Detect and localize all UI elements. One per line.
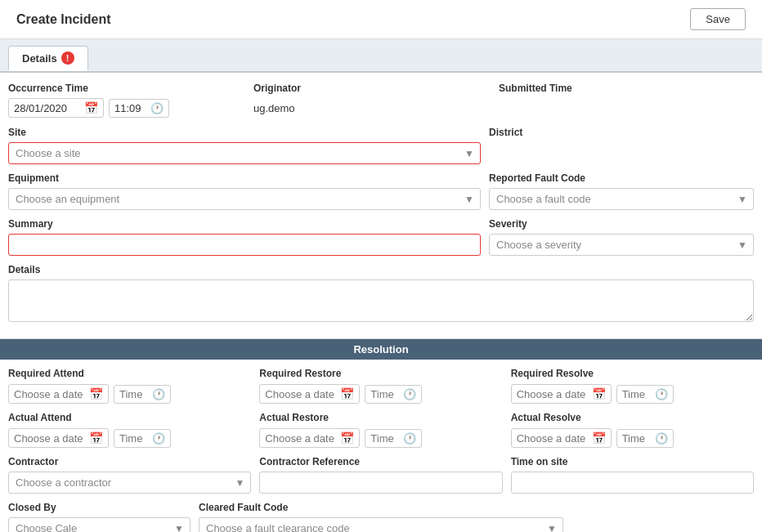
empty-col (572, 502, 754, 532)
form-body: Occurrence Time 📅 🕐 Originator ug.demo S… (0, 73, 762, 339)
row-details: Details (8, 264, 754, 322)
occurrence-clock-icon[interactable]: 🕐 (150, 102, 164, 114)
required-restore-cal-icon[interactable]: 📅 (340, 387, 354, 400)
resolution-divider: Resolution (0, 339, 762, 360)
save-button[interactable]: Save (690, 8, 746, 30)
contractor-reference-input[interactable] (259, 472, 502, 494)
actual-restore-date-input[interactable] (265, 432, 337, 445)
row-closed-by: Closed By Choose Cale ▼ Cleared Fault Co… (8, 502, 754, 532)
actual-resolve-time-input[interactable] (622, 432, 652, 445)
required-attend-pair: 📅 🕐 (8, 384, 251, 404)
actual-attend-date-wrap: 📅 (8, 428, 109, 448)
required-attend-date-input[interactable] (14, 388, 86, 400)
summary-col: Summary (8, 218, 481, 256)
district-label: District (489, 127, 754, 138)
row-contractor: Contractor Choose a contractor ▼ Contrac… (8, 456, 754, 494)
actual-resolve-date-wrap: 📅 (511, 428, 612, 448)
occurrence-time-col: Occurrence Time 📅 🕐 (8, 83, 245, 118)
resolution-body: Required Attend 📅 🕐 Required Restore 📅 (0, 360, 762, 532)
originator-label: Originator (253, 83, 491, 94)
required-resolve-pair: 📅 🕐 (511, 384, 754, 404)
actual-restore-time-input[interactable] (370, 432, 400, 445)
equipment-col: Equipment Choose an equipment ▼ (8, 172, 481, 210)
required-restore-date-input[interactable] (265, 388, 337, 400)
contractor-reference-col: Contractor Reference (259, 456, 502, 494)
required-restore-clock-icon[interactable]: 🕐 (403, 388, 416, 400)
cleared-fault-select[interactable]: Choose a fault clearance code (199, 517, 563, 532)
occurrence-time-wrap: 🕐 (109, 99, 169, 118)
actual-resolve-clock-icon[interactable]: 🕐 (655, 432, 668, 445)
summary-input[interactable] (8, 234, 481, 256)
equipment-select-wrap: Choose an equipment ▼ (8, 188, 481, 210)
equipment-label: Equipment (8, 172, 481, 184)
required-resolve-cal-icon[interactable]: 📅 (592, 387, 606, 400)
time-on-site-input[interactable] (511, 472, 754, 494)
required-restore-time-wrap: 🕐 (365, 385, 422, 404)
site-select[interactable]: Choose a site (8, 142, 481, 164)
contractor-select[interactable]: Choose a contractor (8, 472, 251, 494)
occurrence-time-group: 📅 🕐 (8, 98, 245, 118)
reported-fault-select[interactable]: Choose a fault code (489, 188, 754, 210)
district-col: District (489, 127, 754, 140)
closed-by-select[interactable]: Choose Cale (8, 517, 190, 532)
actual-resolve-cal-icon[interactable]: 📅 (592, 431, 606, 445)
required-restore-time-input[interactable] (370, 388, 400, 400)
originator-value: ug.demo (253, 98, 491, 118)
actual-resolve-label: Actual Resolve (511, 412, 754, 423)
required-attend-time-input[interactable] (119, 388, 149, 400)
actual-restore-col: Actual Restore 📅 🕐 (259, 412, 502, 448)
contractor-reference-label: Contractor Reference (259, 456, 502, 467)
severity-label: Severity (489, 218, 754, 230)
reported-fault-select-wrap: Choose a fault code ▼ (489, 188, 754, 210)
site-select-wrap: Choose a site ▼ (8, 142, 481, 164)
contractor-col: Contractor Choose a contractor ▼ (8, 456, 251, 494)
actual-resolve-col: Actual Resolve 📅 🕐 (511, 412, 754, 448)
actual-restore-label: Actual Restore (259, 412, 502, 423)
row-actual: Actual Attend 📅 🕐 Actual Restore 📅 (8, 412, 754, 448)
reported-fault-label: Reported Fault Code (489, 172, 754, 184)
details-label: Details (8, 264, 754, 275)
actual-attend-clock-icon[interactable]: 🕐 (152, 432, 165, 445)
actual-restore-cal-icon[interactable]: 📅 (340, 431, 354, 445)
resolution-label: Resolution (353, 343, 408, 355)
actual-attend-time-input[interactable] (119, 432, 149, 445)
required-resolve-clock-icon[interactable]: 🕐 (655, 388, 668, 400)
actual-resolve-date-input[interactable] (517, 432, 589, 445)
closed-by-select-wrap: Choose Cale ▼ (8, 517, 190, 532)
required-restore-date-wrap: 📅 (259, 384, 360, 404)
required-attend-cal-icon[interactable]: 📅 (89, 387, 103, 400)
row-required: Required Attend 📅 🕐 Required Restore 📅 (8, 368, 754, 404)
tab-error-badge: ! (61, 51, 74, 65)
actual-resolve-time-wrap: 🕐 (616, 429, 674, 448)
required-attend-clock-icon[interactable]: 🕐 (152, 388, 165, 400)
cleared-fault-col: Cleared Fault Code Choose a fault cleara… (199, 502, 563, 532)
occurrence-date-input[interactable] (14, 102, 81, 114)
actual-attend-date-input[interactable] (14, 432, 86, 445)
equipment-select[interactable]: Choose an equipment (8, 188, 481, 210)
closed-by-col: Closed By Choose Cale ▼ (8, 502, 190, 532)
required-restore-pair: 📅 🕐 (259, 384, 502, 404)
actual-restore-clock-icon[interactable]: 🕐 (403, 432, 416, 445)
details-textarea[interactable] (8, 279, 754, 322)
severity-col: Severity Choose a severity ▼ (489, 218, 754, 256)
required-resolve-date-input[interactable] (517, 388, 589, 400)
summary-label: Summary (8, 218, 481, 230)
submitted-time-col: Submitted Time (499, 83, 754, 96)
severity-select[interactable]: Choose a severity (489, 234, 754, 256)
originator-col: Originator ug.demo (253, 83, 491, 118)
required-resolve-col: Required Resolve 📅 🕐 (511, 368, 754, 404)
tabs-bar: Details ! (0, 39, 762, 73)
required-resolve-date-wrap: 📅 (511, 384, 612, 404)
required-resolve-time-input[interactable] (622, 388, 652, 400)
tab-details[interactable]: Details ! (8, 46, 88, 71)
details-col: Details (8, 264, 754, 322)
site-label: Site (8, 127, 481, 138)
row-site: Site Choose a site ▼ District (8, 127, 754, 164)
actual-attend-cal-icon[interactable]: 📅 (89, 431, 103, 445)
row-occurrence: Occurrence Time 📅 🕐 Originator ug.demo S… (8, 83, 754, 118)
occurrence-calendar-icon[interactable]: 📅 (84, 101, 98, 114)
cleared-fault-label: Cleared Fault Code (199, 502, 563, 513)
severity-select-wrap: Choose a severity ▼ (489, 234, 754, 256)
occurrence-time-input[interactable] (114, 102, 147, 114)
page-title: Create Incident (16, 12, 111, 27)
